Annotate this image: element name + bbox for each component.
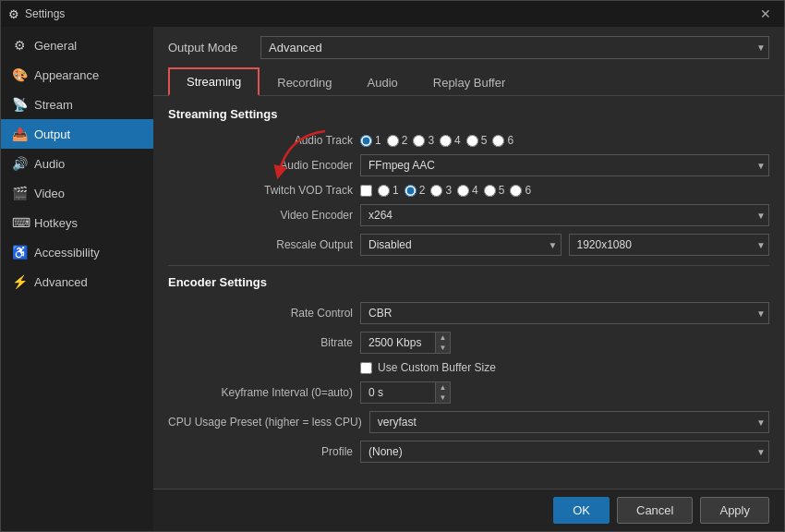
rate-control-label: Rate Control	[168, 307, 353, 320]
title-bar-left: ⚙ Settings	[8, 7, 65, 21]
audio-encoder-select[interactable]: FFmpeg AAC AAC Opus	[360, 154, 769, 176]
keyframe-decrement-button[interactable]: ▼	[435, 393, 450, 403]
section-divider	[168, 265, 769, 266]
rescale-controls: Disabled Enabled ▼ 1920x1080 1280x720 12…	[360, 234, 769, 256]
tab-streaming[interactable]: Streaming	[168, 67, 260, 96]
sidebar-item-label: Stream	[34, 98, 73, 112]
twitch-vod-track-row: Twitch VOD Track 1 2 3 4 5 6	[168, 184, 769, 197]
apply-button[interactable]: Apply	[700, 497, 769, 524]
sidebar-item-label: Accessibility	[34, 246, 100, 260]
keyframe-input[interactable]	[361, 382, 435, 403]
keyframe-spinner-buttons: ▲ ▼	[435, 382, 450, 403]
audio-icon: 🔊	[12, 156, 27, 171]
output-mode-label: Output Mode	[168, 41, 251, 54]
twitch-vod-track-label: Twitch VOD Track	[168, 184, 353, 197]
keyframe-spinner: ▲ ▼	[360, 381, 451, 404]
tab-replay-buffer[interactable]: Replay Buffer	[416, 67, 524, 96]
twitch-vod-4-radio[interactable]	[457, 185, 469, 197]
cpu-usage-preset-label: CPU Usage Preset (higher = less CPU)	[168, 416, 362, 429]
sidebar-item-output[interactable]: 📤 Output	[1, 119, 153, 149]
audio-track-4-radio[interactable]	[440, 135, 452, 147]
rescale-mode-select-container: Disabled Enabled ▼	[360, 234, 562, 256]
sidebar-item-accessibility[interactable]: ♿ Accessibility	[1, 237, 153, 267]
video-encoder-label: Video Encoder	[168, 209, 353, 222]
footer: OK Cancel Apply	[153, 489, 784, 531]
twitch-vod-1-label[interactable]: 1	[378, 184, 399, 197]
sidebar-item-stream[interactable]: 📡 Stream	[1, 90, 153, 119]
audio-track-1-radio[interactable]	[360, 135, 372, 147]
streaming-settings-header: Streaming Settings	[168, 107, 769, 125]
rate-control-select[interactable]: CBR VBR ABR CRF	[360, 302, 769, 324]
bitrate-input[interactable]	[361, 332, 435, 353]
audio-track-1-label[interactable]: 1	[360, 134, 381, 147]
sidebar-item-audio[interactable]: 🔊 Audio	[1, 149, 153, 178]
twitch-vod-3-label[interactable]: 3	[430, 184, 452, 197]
twitch-vod-3-radio[interactable]	[430, 185, 442, 197]
twitch-vod-4-label[interactable]: 4	[457, 184, 478, 197]
twitch-vod-1-radio[interactable]	[378, 185, 390, 197]
output-mode-select[interactable]: Advanced Simple	[260, 36, 769, 59]
profile-select[interactable]: (None) baseline main high	[360, 441, 769, 463]
output-mode-row: Output Mode Advanced Simple ▼	[153, 27, 784, 66]
bitrate-increment-button[interactable]: ▲	[435, 332, 450, 343]
close-button[interactable]: ✕	[755, 5, 777, 23]
twitch-vod-radio-group: 1 2 3 4 5 6	[360, 184, 531, 197]
video-encoder-select[interactable]: x264 NVENC H.264 NVENC HEVC	[360, 204, 769, 226]
rescale-mode-select[interactable]: Disabled Enabled	[360, 234, 562, 256]
audio-track-6-label[interactable]: 6	[492, 134, 513, 147]
rate-control-select-container: CBR VBR ABR CRF ▼	[360, 302, 769, 324]
profile-row: Profile (None) baseline main high ▼	[168, 441, 769, 463]
audio-track-2-radio[interactable]	[387, 135, 399, 147]
keyframe-interval-row: Keyframe Interval (0=auto) ▲ ▼	[168, 381, 769, 404]
sidebar-item-label: Output	[34, 127, 70, 141]
cpu-usage-preset-select[interactable]: ultrafast superfast veryfast faster fast…	[369, 411, 769, 433]
audio-track-2-label[interactable]: 2	[387, 134, 408, 147]
sidebar-item-hotkeys[interactable]: ⌨ Hotkeys	[1, 208, 153, 237]
audio-track-4-label[interactable]: 4	[440, 134, 461, 147]
gear-icon: ⚙	[12, 38, 27, 53]
bitrate-decrement-button[interactable]: ▼	[435, 343, 450, 353]
tab-recording[interactable]: Recording	[260, 67, 349, 96]
settings-scroll-area: Streaming Settings Audio Track 1 2 3 4 5…	[153, 96, 784, 489]
rescale-res-select-container: 1920x1080 1280x720 1280x960 960x540 ▼	[569, 234, 770, 256]
audio-track-radio-group: 1 2 3 4 5 6	[360, 134, 513, 147]
keyframe-increment-button[interactable]: ▲	[435, 382, 450, 393]
tabs-row: Streaming Recording Audio Replay Buffer	[153, 66, 784, 96]
sidebar-item-appearance[interactable]: 🎨 Appearance	[1, 60, 153, 90]
sidebar-item-label: General	[34, 39, 77, 53]
cancel-button[interactable]: Cancel	[617, 497, 693, 524]
audio-track-5-radio[interactable]	[466, 135, 478, 147]
sidebar-item-general[interactable]: ⚙ General	[1, 30, 153, 60]
twitch-vod-2-label[interactable]: 2	[405, 184, 426, 197]
profile-label: Profile	[168, 445, 353, 458]
custom-buffer-checkbox-label[interactable]: Use Custom Buffer Size	[360, 361, 496, 374]
audio-track-3-radio[interactable]	[413, 135, 425, 147]
keyframe-interval-label: Keyframe Interval (0=auto)	[168, 386, 353, 399]
rescale-output-label: Rescale Output	[168, 238, 353, 251]
twitch-vod-6-label[interactable]: 6	[510, 184, 531, 197]
custom-buffer-checkbox[interactable]	[360, 362, 372, 374]
audio-track-row: Audio Track 1 2 3 4 5 6	[168, 134, 769, 147]
twitch-vod-5-radio[interactable]	[484, 185, 496, 197]
rescale-res-select[interactable]: 1920x1080 1280x720 1280x960 960x540	[569, 234, 770, 256]
advanced-icon: ⚡	[12, 274, 27, 289]
video-icon: 🎬	[12, 186, 27, 200]
twitch-vod-checkbox[interactable]	[360, 185, 372, 197]
title-bar: ⚙ Settings ✕	[1, 1, 784, 27]
sidebar-item-advanced[interactable]: ⚡ Advanced	[1, 267, 153, 296]
audio-track-6-radio[interactable]	[492, 135, 504, 147]
twitch-vod-5-label[interactable]: 5	[484, 184, 505, 197]
sidebar-item-label: Audio	[34, 157, 65, 171]
video-encoder-select-container: x264 NVENC H.264 NVENC HEVC ▼	[360, 204, 769, 226]
audio-track-3-label[interactable]: 3	[413, 134, 434, 147]
custom-buffer-row: Use Custom Buffer Size	[168, 361, 769, 374]
audio-track-5-label[interactable]: 5	[466, 134, 488, 147]
tab-audio[interactable]: Audio	[350, 67, 416, 96]
twitch-vod-2-radio[interactable]	[405, 185, 417, 197]
sidebar-item-video[interactable]: 🎬 Video	[1, 178, 153, 208]
output-mode-select-container: Advanced Simple ▼	[260, 36, 769, 59]
bitrate-row: Bitrate ▲ ▼	[168, 332, 769, 354]
twitch-vod-6-radio[interactable]	[510, 185, 522, 197]
bitrate-spinner-buttons: ▲ ▼	[435, 332, 450, 353]
ok-button[interactable]: OK	[553, 497, 610, 524]
